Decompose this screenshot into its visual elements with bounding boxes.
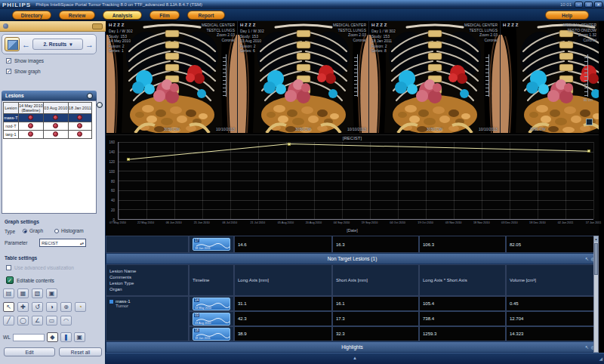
zoom-tool-icon[interactable]: ⊕ [60, 302, 72, 312]
timeline-thumbnail[interactable]: 03 03 Aug 2010 [193, 313, 230, 325]
tab-report[interactable]: Report [187, 11, 225, 20]
report-tool-icon[interactable]: ▣ [46, 288, 57, 298]
target-lesion-icon[interactable] [28, 115, 33, 120]
orientation-label: H Z Z Z [109, 23, 124, 28]
target-lesion-icon[interactable] [53, 115, 58, 120]
editable-contents-button[interactable]: ✓ Editable contents [6, 276, 54, 284]
target-lesion-icon[interactable] [77, 115, 82, 120]
wl-input[interactable] [13, 334, 45, 341]
target-lesion-icon[interactable] [28, 131, 33, 137]
resize-grip-icon[interactable]: ◢ [599, 356, 602, 361]
scroll-up-icon[interactable]: ▲ [594, 236, 598, 242]
volume-icon[interactable]: ❚ [60, 332, 72, 342]
target-lesion-icon[interactable] [77, 123, 82, 128]
show-graph-checkbox[interactable]: ✓ Show graph [6, 69, 41, 74]
images-icon[interactable] [5, 37, 20, 51]
curve-roi-icon[interactable]: ◠ [60, 316, 72, 325]
forward-arrow-icon[interactable]: → [85, 41, 94, 48]
viewport-4[interactable]: H Z Z Z MEDICAL CENTERTESTO ONIZOW Zoom … [501, 21, 599, 133]
close-button[interactable]: ✕ [594, 2, 602, 8]
target-lesion-icon[interactable] [28, 123, 33, 128]
viewport-2[interactable]: H Z Z Z Day 1 / W 302Study: 153 03 Aug 2… [238, 21, 369, 133]
timeline-thumbnail[interactable]: 18 18 Jan 2011 [193, 328, 230, 341]
tab-analysis[interactable]: Analysis [103, 11, 142, 20]
grid-tool-icon[interactable]: ▦ [17, 288, 29, 298]
tool-row-3: ╱ ◯ ∠ ▭ ◠ [3, 316, 103, 325]
lesion-table: Lesion 14 May 2010(Baseline) 03 Aug 2010… [3, 102, 92, 139]
target-lesion-icon[interactable] [53, 123, 58, 128]
non-target-lesions-banner[interactable]: Non Target Lesions (1) ↖ ◎ [106, 253, 599, 264]
compare-tool-icon[interactable]: ▧ [32, 288, 43, 298]
short-axis-value: 16.1 [332, 296, 419, 311]
lesion-row[interactable]: mass-T [4, 114, 92, 122]
viewport-1[interactable]: H Z Z Z Day 1 / W 302Study: 153 14 May 2… [106, 21, 238, 133]
institution-overlay: MEDICAL CENTERTESTCL LUNGS Zoom 2.03Coro… [333, 23, 366, 42]
expand-panel-icon[interactable]: ▲ [353, 356, 357, 360]
parameter-label: Parameter [5, 240, 27, 245]
angle-measure-icon[interactable]: ∠ [32, 316, 43, 325]
spinner-icon[interactable]: ▴▾ [80, 241, 84, 245]
recist-chart[interactable]: [RECIST] 020406080100120140160 07 May 20… [106, 134, 599, 236]
strip-button[interactable] [92, 23, 103, 29]
layout-tool-icon[interactable]: ▤ [3, 288, 14, 298]
cube-3d-icon[interactable]: ◆ [47, 332, 58, 342]
help-button[interactable]: Help [545, 11, 589, 20]
lesion-row[interactable]: nod-T [4, 122, 92, 131]
line-measure-icon[interactable]: ╱ [3, 316, 14, 325]
target-lesion-icon[interactable] [53, 131, 58, 137]
vertical-scrollbar[interactable]: ▲ [593, 236, 599, 353]
lesion-name-cell[interactable]: mass-1 Tumor [106, 296, 189, 341]
film-icon[interactable]: ▣ [74, 332, 85, 342]
highlights-title: Highlights [341, 344, 363, 350]
scroll-tool-icon[interactable]: ◔ [75, 302, 86, 312]
target-lesion-icon[interactable] [77, 131, 82, 137]
advanced-checkbox[interactable]: Use advanced visualization [6, 265, 74, 270]
target-summary-row[interactable]: 17 18 Jan 2011 14.6 16.3 106.3 82.05 [106, 236, 599, 253]
timeline-cell[interactable]: 18 18 Jan 2011 [189, 326, 234, 341]
tab-directory[interactable]: Directory [12, 11, 51, 20]
timeline-thumbnail[interactable]: 14 14 May 2010 [193, 298, 230, 310]
pointer-tool-icon[interactable]: ↖ [3, 302, 14, 312]
lesions-panel-header[interactable]: Lesions [2, 91, 97, 100]
timeline-thumbnail[interactable]: 17 18 Jan 2011 [193, 238, 230, 251]
tool-row-4: WL ◆ ❚ ▣ [3, 332, 103, 342]
ellipse-roi-icon[interactable]: ◯ [17, 316, 29, 325]
edit-arrow-icon[interactable]: ↖ [585, 256, 589, 261]
study-info-overlay: Day 1 / W 302Study: 153 18 Jan 2011Fusio… [371, 29, 396, 54]
study-info-overlay: Day 1 / W 302Study: 153 03 Aug 2010Fusio… [240, 29, 264, 54]
lesion-row[interactable]: targ-1 [4, 131, 92, 139]
bottom-panel-bar[interactable]: ▲ ◢ [106, 353, 604, 364]
pan-tool-icon[interactable]: ✚ [17, 302, 29, 312]
edit-arrow-icon[interactable]: ↖ [585, 344, 589, 350]
rect-roi-icon[interactable]: ▭ [46, 316, 57, 325]
scale-ruler [354, 54, 358, 97]
scrollbar-thumb[interactable] [594, 243, 598, 275]
workflow-step-select[interactable]: 2. Results ▾ [32, 39, 83, 50]
timeline-cell[interactable]: 03 03 Aug 2010 [189, 311, 234, 326]
back-arrow-icon[interactable]: ← [22, 41, 30, 48]
institution-overlay: MEDICAL CENTERTESTCL LUNGS Zoom 2.03Coro… [202, 23, 235, 42]
tab-review[interactable]: Review [59, 11, 95, 20]
pin-icon[interactable] [3, 23, 8, 29]
show-images-checkbox[interactable]: ✓ Show images [6, 58, 44, 63]
radio-graph[interactable]: Graph [23, 228, 43, 233]
summary-timeline-cell[interactable]: 17 18 Jan 2011 [189, 236, 234, 253]
timeline-cell[interactable]: 14 14 May 2010 [189, 296, 234, 311]
tab-film[interactable]: Film [149, 11, 180, 20]
short-axis-value: 17.3 [332, 311, 419, 326]
orientation-cube-icon[interactable] [586, 119, 593, 125]
maximize-button[interactable]: □ [584, 2, 593, 8]
radio-histogram[interactable]: Histogram [54, 228, 84, 233]
lesion-table-expand-icon[interactable] [97, 102, 103, 108]
window-level-tool-icon[interactable]: ◑ [46, 302, 57, 312]
edit-button[interactable]: Edit [4, 347, 55, 356]
rotate-tool-icon[interactable]: ↺ [32, 302, 43, 312]
product-value: 738.4 [419, 311, 506, 326]
panel-toggle-icon[interactable] [87, 93, 93, 99]
highlights-banner[interactable]: Highlights ↖ ◎ [106, 341, 599, 353]
minimize-button[interactable]: – [575, 2, 583, 8]
reset-all-button[interactable]: Reset all [59, 347, 102, 356]
summary-short-axis: 16.3 [332, 236, 419, 253]
viewport-3[interactable]: H Z Z Z Day 1 / W 302Study: 153 18 Jan 2… [369, 21, 501, 133]
parameter-dropdown[interactable]: RECIST ▴▾ [39, 239, 86, 247]
